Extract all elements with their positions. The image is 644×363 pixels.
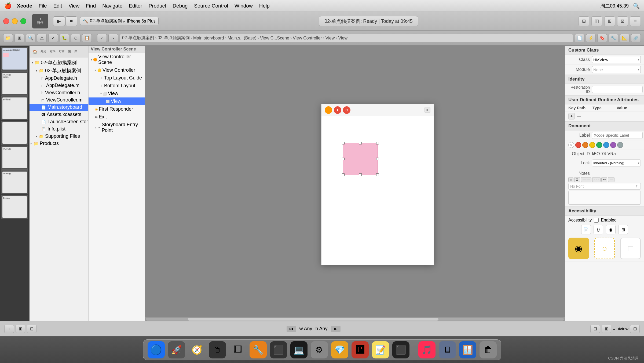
- outline-vc[interactable]: ▾ 🟡 View Controller: [89, 66, 145, 74]
- nav-hierarchy-btn[interactable]: ⊞: [14, 34, 24, 42]
- label-input[interactable]: [592, 132, 643, 139]
- slide-item-6[interactable]: 6 UIview触: [1, 170, 28, 194]
- dock-sketch[interactable]: 💎: [331, 341, 348, 358]
- udr-add-btn[interactable]: +: [568, 113, 575, 119]
- breadcrumb-7[interactable]: View: [325, 36, 335, 41]
- outline-storyboard-entry[interactable]: ▸ → Storyboard Entry Point: [89, 121, 145, 134]
- handle-ml[interactable]: [342, 158, 345, 160]
- zoom-in-btn[interactable]: ⊞: [602, 325, 611, 333]
- forward-btn[interactable]: ›: [108, 34, 118, 42]
- file-item-main-storyboard[interactable]: 📄 Main.storyboard: [30, 104, 88, 111]
- add-object-btn[interactable]: +: [4, 325, 14, 333]
- file-item-appdelegate-m[interactable]: m AppDelegate.m: [30, 82, 88, 89]
- color-yellow-btn[interactable]: [589, 142, 595, 148]
- inspector-attr-btn[interactable]: 🔧: [609, 34, 618, 42]
- color-purple-btn[interactable]: [610, 142, 616, 148]
- inspector-conn-btn[interactable]: 🔗: [631, 34, 641, 42]
- dock-photos[interactable]: 🎞: [229, 341, 246, 358]
- zoom-fit-btn[interactable]: ⊡: [590, 325, 600, 333]
- dock-launchpad[interactable]: 🚀: [168, 341, 185, 358]
- thumb-btn[interactable]: ⊟: [27, 325, 36, 333]
- run-button[interactable]: ▶: [53, 16, 65, 26]
- menu-view[interactable]: View: [68, 3, 79, 9]
- breadcrumb-6[interactable]: View Controller: [293, 36, 322, 41]
- acc-icon-grid[interactable]: ⊞: [618, 225, 628, 234]
- nav-slides-btn[interactable]: ⊞: [67, 49, 72, 54]
- file-item-appdelegate-h[interactable]: h AppDelegate.h: [30, 75, 88, 82]
- breadcrumb-4[interactable]: Main.s...(Base): [228, 36, 257, 41]
- breadcrumb-8[interactable]: View: [338, 36, 347, 41]
- color-orange-btn[interactable]: [582, 142, 588, 148]
- module-dropdown[interactable]: None ▾: [592, 66, 641, 73]
- file-item-info-plist[interactable]: 📋 Info.plist: [30, 125, 88, 133]
- nav-test-btn[interactable]: ✓: [48, 34, 58, 42]
- nav-reports-btn[interactable]: 📋: [82, 34, 92, 42]
- acc-icon-file[interactable]: 📄: [581, 225, 591, 234]
- nav-breakpoints-btn[interactable]: ⊙: [71, 34, 80, 42]
- acc-icon-circle[interactable]: ◉: [606, 225, 616, 234]
- editor-toggle[interactable]: ◫: [591, 16, 602, 26]
- dock-music[interactable]: 🎵: [418, 341, 436, 358]
- inspector-quick-btn[interactable]: ⚡: [586, 34, 596, 42]
- slide-item-7[interactable]: 7 Demo...: [1, 195, 28, 219]
- pink-view[interactable]: [343, 143, 378, 175]
- breadcrumb-3[interactable]: Main.storyboard: [193, 36, 224, 41]
- dock-app1[interactable]: ⬛: [270, 341, 287, 358]
- outline-bottom-layout[interactable]: ⊥ Bottom Layout...: [89, 82, 145, 90]
- stop-button[interactable]: ■: [65, 16, 77, 26]
- dock-mouse[interactable]: 🖱: [209, 341, 226, 358]
- color-red-btn[interactable]: [575, 142, 581, 148]
- nav-search-btn[interactable]: 🔍: [26, 34, 35, 42]
- inspector-size-btn[interactable]: 📐: [620, 34, 630, 42]
- dock-trash[interactable]: 🗑: [480, 341, 497, 358]
- slide-item-2[interactable]: 2 Uiview触摸事件: [1, 71, 28, 96]
- handle-bl[interactable]: [342, 173, 345, 176]
- dock-notes[interactable]: 📝: [372, 341, 389, 358]
- maximize-button[interactable]: [20, 18, 26, 24]
- nav-begin-btn[interactable]: 开始: [39, 49, 47, 54]
- color-green-btn[interactable]: [596, 142, 602, 148]
- nav-layout-btn[interactable]: 布局: [49, 49, 57, 54]
- inspector-id-btn[interactable]: 🔖: [597, 34, 607, 42]
- dock-safari[interactable]: 🧭: [188, 341, 206, 358]
- color-blue-btn[interactable]: [603, 142, 609, 148]
- minimize-button[interactable]: [12, 18, 18, 24]
- assistant-toggle[interactable]: ⊞: [604, 16, 615, 26]
- accessibility-checkbox[interactable]: [594, 218, 599, 223]
- note-style-btn1[interactable]: ≡: [568, 177, 573, 182]
- note-style-btn3[interactable]: — —: [581, 177, 591, 182]
- nav-grid-btn[interactable]: ⊟: [73, 49, 79, 54]
- outline-first-responder[interactable]: ◉ First Responder: [89, 105, 145, 113]
- outline-view-parent[interactable]: ▾ ⬜ View: [89, 90, 145, 97]
- file-item-viewcontroller-h[interactable]: h ViewController.h: [30, 89, 88, 96]
- outline-exit[interactable]: ⊗ Exit: [89, 113, 145, 121]
- canvas-scrollable[interactable]: ✦ ⊡ ≡ →: [145, 46, 565, 317]
- grid-btn[interactable]: ⊞: [16, 325, 25, 333]
- handle-br[interactable]: [376, 173, 379, 176]
- note-style-btn4[interactable]: - - -: [592, 177, 601, 182]
- apple-menu[interactable]: 🍎: [4, 2, 12, 9]
- nav-debug2-btn[interactable]: 🐛: [60, 34, 69, 42]
- debug-toggle[interactable]: ≡: [630, 16, 641, 26]
- note-style-btn6[interactable]: —: [608, 177, 614, 182]
- nav-home-btn[interactable]: 🏠: [32, 49, 38, 54]
- color-none-btn[interactable]: ✕: [568, 142, 574, 148]
- file-item-supporting-files[interactable]: ▸ 📁 Supporting Files: [30, 133, 88, 140]
- acc-visual-active[interactable]: ◉: [568, 238, 589, 259]
- close-button[interactable]: [3, 18, 9, 24]
- dock-app2[interactable]: ⬛: [392, 341, 409, 358]
- notes-textarea[interactable]: [568, 191, 641, 205]
- file-item-assets[interactable]: 🖼 Assets.xcassets: [30, 111, 88, 118]
- breadcrumb-2[interactable]: 02-单点触摸案例: [158, 35, 189, 41]
- navigator-toggle[interactable]: ⊟: [579, 16, 589, 26]
- menu-navigate[interactable]: Navigate: [102, 3, 122, 9]
- menu-product[interactable]: Product: [149, 3, 166, 9]
- file-item-products[interactable]: ▸ 📁 Products: [30, 140, 88, 147]
- nav-folder-btn[interactable]: 📁: [3, 34, 13, 42]
- zoom-out-btn[interactable]: ⊟: [630, 325, 640, 333]
- file-item-viewcontroller-m[interactable]: m ViewController.m: [30, 96, 88, 104]
- slide-item-3[interactable]: 3 代码分析: [1, 96, 28, 120]
- acc-icon-code[interactable]: {}: [594, 225, 603, 234]
- utilities-toggle[interactable]: ⊠: [617, 16, 628, 26]
- back-btn[interactable]: ‹: [97, 34, 107, 42]
